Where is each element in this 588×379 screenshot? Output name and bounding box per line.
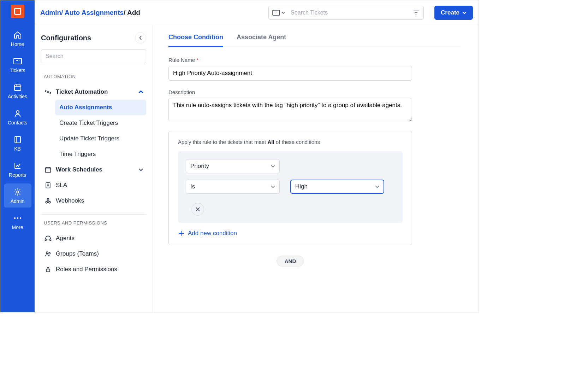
nav-rail: Home Tickets Activities Contacts KB Repo… <box>0 0 35 312</box>
chart-icon <box>13 162 22 170</box>
search-input[interactable] <box>289 10 410 16</box>
ticket-small-icon <box>272 10 280 16</box>
person-icon <box>13 109 22 118</box>
svg-point-6 <box>17 217 18 219</box>
config-sidebar: Configurations AUTOMATION Ticket Automat… <box>35 25 153 312</box>
create-button[interactable]: Create <box>434 6 473 20</box>
breadcrumb-auto-assignments[interactable]: Auto Assignments <box>65 9 124 16</box>
schedule-icon <box>44 165 52 174</box>
gear-icon <box>13 188 22 196</box>
nav-more[interactable]: More <box>4 210 31 234</box>
tab-choose-condition[interactable]: Choose Condition <box>168 34 223 47</box>
nav-admin[interactable]: Admin <box>4 183 31 208</box>
nav-reports[interactable]: Reports <box>4 157 31 181</box>
nav-tickets-label: Tickets <box>10 68 25 73</box>
create-button-label: Create <box>441 9 459 16</box>
nav-tickets[interactable]: Tickets <box>4 53 31 77</box>
headset-icon <box>44 234 52 243</box>
tabs: Choose Condition Associate Agent <box>168 34 460 47</box>
plus-icon <box>178 230 184 237</box>
rule-intro-text: Apply this rule to the tickets that meet… <box>178 139 403 145</box>
sla-icon <box>44 181 52 190</box>
chevron-down-icon <box>271 185 275 188</box>
book-icon <box>13 135 22 144</box>
svg-point-4 <box>17 191 19 193</box>
subnav-create-triggers[interactable]: Create Ticket Triggers <box>55 115 146 131</box>
add-condition-button[interactable]: Add new condition <box>178 230 403 237</box>
search-bar <box>268 6 424 20</box>
section-automation: AUTOMATION <box>44 74 146 79</box>
tree-work-schedules[interactable]: Work Schedules <box>41 162 146 177</box>
subnav-auto-assignments[interactable]: Auto Assignments <box>55 100 146 115</box>
nav-contacts-label: Contacts <box>8 120 27 126</box>
nav-activities-label: Activities <box>8 94 27 99</box>
svg-point-7 <box>19 217 21 219</box>
tree-groups[interactable]: Groups (Teams) <box>41 246 146 262</box>
svg-rect-10 <box>46 168 51 172</box>
svg-point-13 <box>49 202 51 203</box>
logic-operator-pill[interactable]: AND <box>277 256 304 267</box>
nav-more-label: More <box>12 225 23 230</box>
nav-activities[interactable]: Activities <box>4 79 31 103</box>
filter-button[interactable] <box>410 7 422 19</box>
svg-point-12 <box>46 202 47 203</box>
condition-block: Priority Is High <box>178 151 403 223</box>
condition-operator-select[interactable]: Is <box>186 180 280 194</box>
breadcrumb-current: Add <box>127 9 140 16</box>
conditions-panel: Apply this rule to the tickets that meet… <box>168 131 412 245</box>
nav-contacts[interactable]: Contacts <box>4 105 31 129</box>
description-label: Description <box>168 89 460 95</box>
remove-condition-button[interactable] <box>191 203 204 216</box>
tree-roles[interactable]: Roles and Permissions <box>41 262 146 277</box>
filter-icon <box>413 10 419 16</box>
tree-agents[interactable]: Agents <box>41 231 146 246</box>
breadcrumb-admin[interactable]: Admin <box>40 9 61 16</box>
rule-name-label: Rule Name * <box>168 57 460 63</box>
home-icon <box>13 31 22 39</box>
nav-home[interactable]: Home <box>4 27 31 51</box>
chevron-down-icon <box>375 185 379 188</box>
more-icon <box>13 214 22 222</box>
svg-rect-0 <box>14 58 22 64</box>
automation-icon <box>44 88 52 96</box>
webhook-icon <box>44 197 52 205</box>
tab-associate-agent[interactable]: Associate Agent <box>237 34 286 47</box>
subnav-time-triggers[interactable]: Time Triggers <box>55 146 146 162</box>
svg-point-5 <box>14 217 15 219</box>
nav-reports-label: Reports <box>9 172 26 178</box>
chevron-down-icon <box>462 11 467 14</box>
tree-webhooks[interactable]: Webhooks <box>41 193 146 209</box>
chevron-down-icon <box>138 168 143 171</box>
svg-point-18 <box>49 252 50 254</box>
svg-point-17 <box>46 252 48 253</box>
tree-sla[interactable]: SLA <box>41 177 146 193</box>
description-input[interactable]: This rule auto-assigns tickets with the … <box>168 98 412 121</box>
condition-value-select[interactable]: High <box>290 180 384 194</box>
config-search-input[interactable] <box>41 49 146 63</box>
team-icon <box>44 250 52 258</box>
collapse-sidebar-button[interactable] <box>135 32 146 43</box>
lock-icon <box>44 265 52 274</box>
config-title: Configurations <box>41 34 91 42</box>
nav-kb-label: KB <box>14 146 21 152</box>
svg-rect-3 <box>15 136 20 143</box>
svg-rect-19 <box>46 269 50 272</box>
chevron-left-icon <box>139 35 142 40</box>
chevron-down-icon <box>281 11 285 14</box>
breadcrumb: Admin/ Auto Assignments/ Add <box>40 9 140 17</box>
nav-kb[interactable]: KB <box>4 131 31 155</box>
search-type-selector[interactable] <box>269 10 289 16</box>
subnav-update-triggers[interactable]: Update Ticket Triggers <box>55 131 146 146</box>
form-area: Choose Condition Associate Agent Rule Na… <box>153 25 479 312</box>
svg-rect-16 <box>50 239 51 241</box>
condition-field-select[interactable]: Priority <box>186 159 280 173</box>
tree-ticket-automation[interactable]: Ticket Automation <box>41 84 146 100</box>
svg-rect-8 <box>273 10 280 15</box>
close-icon <box>195 207 200 212</box>
topbar: Admin/ Auto Assignments/ Add Create <box>35 0 479 25</box>
nav-admin-label: Admin <box>11 198 25 204</box>
calendar-icon <box>13 83 22 92</box>
rule-name-input[interactable] <box>168 66 412 81</box>
svg-point-9 <box>47 91 49 93</box>
svg-rect-1 <box>14 85 21 91</box>
